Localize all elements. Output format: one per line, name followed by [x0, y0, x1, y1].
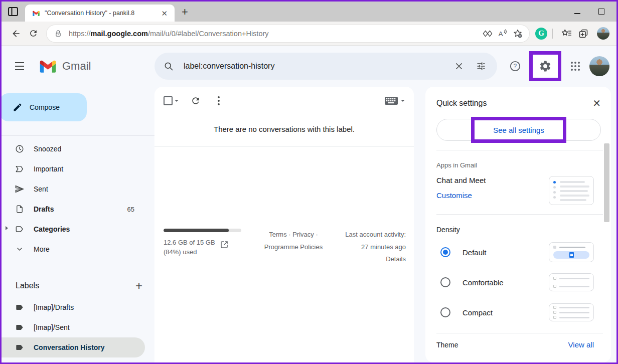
density-option-comfortable[interactable]: Comfortable: [436, 271, 601, 294]
lock-icon: [55, 30, 62, 38]
collections-icon[interactable]: [575, 25, 592, 42]
important-tag-icon: [15, 164, 25, 174]
drafts-count: 65: [127, 206, 134, 213]
theme-header: Theme: [436, 341, 458, 349]
tab-title: "Conversation History" - pankil.8: [45, 10, 154, 17]
browser-titlebar: "Conversation History" - pankil.8 ✕ +: [2, 2, 616, 22]
browser-profile-avatar[interactable]: [597, 27, 609, 40]
svg-text:A: A: [499, 30, 503, 37]
browser-toolbar: https://mail.google.com/mail/u/0/#label/…: [2, 22, 616, 46]
radio-icon[interactable]: [440, 307, 450, 317]
browser-tab[interactable]: "Conversation History" - pankil.8 ✕: [25, 5, 175, 22]
input-method-control[interactable]: [385, 97, 405, 105]
list-divider: [154, 146, 414, 147]
svg-text:?: ?: [514, 63, 517, 70]
sidebar-label-imap-sent[interactable]: [Imap]/Sent: [2, 317, 154, 337]
sidebar-item-more[interactable]: More: [2, 239, 154, 259]
select-all-control[interactable]: [164, 96, 179, 105]
close-icon[interactable]: ✕: [592, 97, 601, 109]
gmail-logo-text: Gmail: [62, 60, 91, 73]
apps-thumbnail: [549, 176, 594, 205]
panel-divider: [436, 150, 603, 150]
keyboard-icon[interactable]: [385, 97, 398, 105]
footer-links[interactable]: Terms · Privacy ·Programme Policies: [256, 229, 331, 266]
sidebar-label-imap-drafts[interactable]: [Imap]/Drafts: [2, 297, 154, 317]
density-comfortable-thumbnail: [549, 273, 594, 291]
density-option-default[interactable]: Default: [436, 241, 601, 264]
radio-icon[interactable]: [440, 277, 450, 287]
add-favorite-icon[interactable]: [510, 26, 525, 41]
density-default-thumbnail: [549, 242, 594, 262]
gmail-sidebar: Compose Snoozed Important Sent D: [2, 87, 154, 362]
expand-caret-icon[interactable]: [6, 226, 8, 230]
sidebar-item-categories[interactable]: Categories: [2, 219, 154, 239]
tag-icon: [15, 224, 25, 234]
new-tab-button[interactable]: +: [182, 6, 188, 19]
storage-manage-icon[interactable]: [220, 240, 229, 249]
storage-meter: 12.6 GB of 15 GB(84%) used: [164, 229, 250, 266]
search-icon[interactable]: [164, 61, 174, 71]
density-header: Density: [436, 226, 601, 234]
see-all-settings-highlight: [471, 117, 566, 143]
panel-divider: [436, 333, 603, 333]
settings-gear-highlight[interactable]: [529, 51, 561, 81]
refresh-list-icon[interactable]: [186, 91, 206, 111]
empty-label-message: There are no conversations with this lab…: [154, 125, 414, 133]
theme-view-all-link[interactable]: View all: [568, 340, 594, 349]
panel-divider: [436, 214, 603, 215]
refresh-button[interactable]: [25, 25, 42, 42]
maximize-button[interactable]: [598, 9, 604, 15]
select-dropdown-caret[interactable]: [175, 100, 179, 102]
gear-icon[interactable]: [539, 60, 552, 73]
clear-search-icon[interactable]: [448, 55, 470, 77]
sidebar-item-important[interactable]: Important: [2, 159, 154, 179]
storage-bar: [164, 229, 241, 232]
mail-footer: 12.6 GB of 15 GB(84%) used Terms · Priva…: [164, 229, 406, 266]
search-filters-icon[interactable]: [470, 55, 492, 77]
compose-button[interactable]: Compose: [2, 93, 87, 121]
gmail-favicon: [32, 10, 40, 17]
details-link[interactable]: Details: [386, 255, 406, 263]
account-activity: Last account activity: 27 minutes ago De…: [331, 229, 406, 266]
gmail-search-bar[interactable]: label:conversation-history: [154, 53, 497, 80]
labels-header: Labels: [16, 281, 39, 290]
main-menu-icon[interactable]: [8, 54, 32, 78]
select-checkbox[interactable]: [164, 96, 173, 105]
gmail-logo: Gmail: [39, 59, 139, 74]
radio-icon[interactable]: [440, 247, 450, 257]
tab-workspaces-icon[interactable]: [6, 5, 20, 19]
panel-scrollbar[interactable]: [604, 143, 609, 222]
sidebar-item-sent[interactable]: Sent: [2, 179, 154, 199]
label-icon: [15, 322, 25, 332]
keyboard-dropdown-caret[interactable]: [401, 100, 405, 102]
storage-fill: [164, 229, 229, 232]
sidebar-divider: [2, 135, 154, 136]
sidebar-label-conversation-history[interactable]: Conversation History: [2, 337, 145, 357]
density-compact-thumbnail: [549, 303, 594, 321]
sidebar-item-snoozed[interactable]: Snoozed: [2, 139, 154, 159]
help-icon[interactable]: ?: [505, 56, 525, 76]
sidebar-item-drafts[interactable]: Drafts 65: [2, 199, 154, 219]
add-label-icon[interactable]: +: [135, 280, 142, 292]
split-screen-icon[interactable]: [480, 26, 495, 41]
apps-grid-icon[interactable]: [565, 56, 585, 76]
gmail-m-icon: [39, 59, 57, 74]
customise-link[interactable]: Customise: [436, 191, 549, 200]
favorites-icon[interactable]: [558, 25, 575, 42]
chevron-down-icon: [15, 244, 25, 254]
label-icon: [15, 302, 25, 312]
minimize-button[interactable]: [574, 13, 580, 14]
browser-window: "Conversation History" - pankil.8 ✕ + ht…: [0, 0, 618, 364]
gmail-profile-avatar[interactable]: [589, 56, 609, 76]
url-text[interactable]: https://mail.google.com/mail/u/0/#label/…: [69, 30, 480, 38]
more-options-icon[interactable]: [209, 91, 229, 111]
address-bar[interactable]: https://mail.google.com/mail/u/0/#label/…: [47, 25, 529, 42]
search-input[interactable]: label:conversation-history: [184, 62, 448, 71]
tab-close-icon[interactable]: ✕: [159, 9, 170, 18]
send-icon: [15, 184, 25, 194]
back-button[interactable]: [8, 25, 25, 42]
grammarly-icon[interactable]: G: [535, 28, 547, 40]
storage-text: 12.6 GB of 15 GB(84%) used: [164, 238, 215, 257]
density-option-compact[interactable]: Compact: [436, 301, 601, 324]
read-aloud-icon[interactable]: A: [495, 26, 510, 41]
